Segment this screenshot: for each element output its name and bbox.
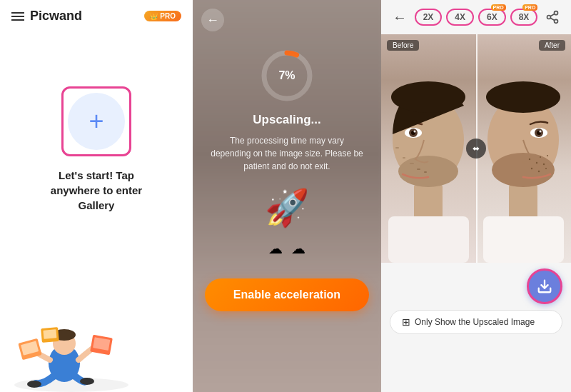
- before-image: [381, 34, 476, 263]
- scale-4x-button[interactable]: 4X: [446, 9, 474, 26]
- svg-rect-11: [43, 329, 56, 339]
- progress-circle: 7%: [258, 47, 315, 104]
- plus-icon: +: [89, 109, 103, 134]
- svg-point-4: [27, 381, 41, 388]
- app-title: Picwand: [30, 9, 82, 24]
- upscale-panel: ← 7% Upscaling... The processing time ma…: [193, 0, 381, 392]
- svg-rect-23: [395, 147, 399, 149]
- enable-acceleration-button[interactable]: Enable acceleration: [205, 278, 369, 311]
- svg-point-36: [492, 153, 555, 187]
- svg-point-15: [547, 16, 551, 19]
- svg-point-22: [398, 156, 458, 187]
- after-image: [476, 34, 571, 263]
- pro-badge[interactable]: PRO: [144, 11, 181, 21]
- home-header: Picwand PRO: [0, 0, 193, 29]
- svg-point-31: [414, 131, 416, 133]
- add-button-area: + Let's start! Tap anywhere to enter Gal…: [39, 86, 153, 213]
- svg-point-5: [80, 378, 94, 385]
- scale-2x-button[interactable]: 2X: [415, 9, 443, 26]
- svg-point-41: [547, 155, 548, 156]
- rocket-icon: 🚀: [265, 187, 309, 228]
- upscaling-status: Upscaling...: [253, 113, 320, 127]
- menu-icon[interactable]: [11, 12, 24, 21]
- result-panel: ← 2X 4X 6X 8X: [381, 0, 571, 392]
- comparison-area[interactable]: Before After ⬌: [381, 34, 571, 263]
- svg-point-44: [545, 168, 547, 169]
- cloud-right-icon: ☁: [291, 240, 305, 257]
- home-description: Let's start! Tap anywhere to enter Galle…: [39, 168, 153, 213]
- scale-options: 2X 4X 6X 8X: [415, 9, 538, 26]
- svg-line-17: [550, 18, 555, 20]
- upscale-content: 7% Upscaling... The processing time may …: [193, 0, 381, 311]
- svg-point-14: [555, 11, 558, 15]
- svg-point-39: [540, 156, 541, 158]
- svg-rect-25: [410, 163, 414, 164]
- svg-rect-27: [424, 171, 427, 173]
- svg-point-48: [540, 131, 542, 133]
- svg-rect-20: [388, 216, 469, 263]
- add-image-button[interactable]: +: [68, 93, 125, 150]
- progress-percent: 7%: [278, 69, 295, 82]
- svg-rect-24: [403, 157, 405, 159]
- svg-point-38: [536, 162, 537, 164]
- add-button-wrapper: +: [61, 86, 131, 156]
- share-button[interactable]: [542, 7, 562, 27]
- upscaling-description: The processing time may vary depending o…: [193, 134, 381, 173]
- download-area: [390, 268, 562, 304]
- scale-8x-button[interactable]: 8X: [510, 9, 538, 26]
- cloud-left-icon: ☁: [268, 240, 283, 257]
- home-illustration: [0, 292, 193, 392]
- scale-6x-button[interactable]: 6X: [478, 9, 506, 26]
- download-button[interactable]: [527, 268, 562, 304]
- svg-line-18: [550, 14, 555, 16]
- svg-point-37: [529, 159, 530, 160]
- svg-rect-34: [483, 216, 564, 263]
- result-header: ← 2X 4X 6X 8X: [381, 0, 571, 34]
- svg-point-16: [555, 19, 558, 23]
- after-label: After: [539, 40, 565, 51]
- result-back-button[interactable]: ←: [390, 7, 410, 27]
- svg-rect-26: [417, 169, 420, 170]
- cloud-icons: ☁ ☁: [268, 240, 305, 257]
- only-upscaled-button[interactable]: ⊞ Only Show the Upscaled Image: [390, 310, 562, 334]
- before-label: Before: [387, 40, 419, 51]
- comparison-handle[interactable]: ⬌: [466, 139, 486, 159]
- result-bottom: ⊞ Only Show the Upscaled Image: [381, 263, 571, 340]
- svg-point-32: [391, 81, 465, 113]
- upscale-back-button[interactable]: ←: [201, 9, 224, 31]
- svg-point-49: [486, 81, 560, 113]
- home-panel: Picwand PRO + Let's start! Tap anywhere …: [0, 0, 193, 392]
- header-left: Picwand: [11, 9, 82, 24]
- layers-icon: ⊞: [402, 316, 410, 328]
- svg-point-40: [543, 164, 545, 165]
- svg-point-42: [531, 168, 532, 169]
- svg-point-43: [538, 171, 540, 172]
